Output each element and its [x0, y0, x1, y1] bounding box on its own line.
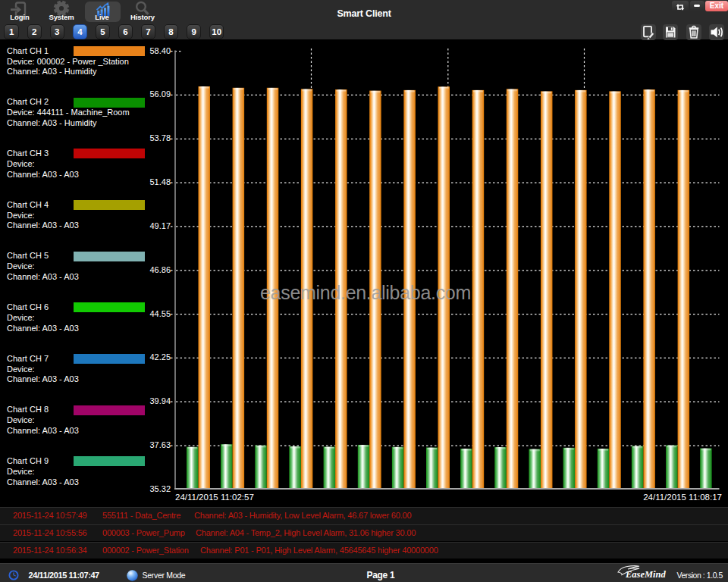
svg-text:EaseMind: EaseMind — [625, 569, 667, 580]
